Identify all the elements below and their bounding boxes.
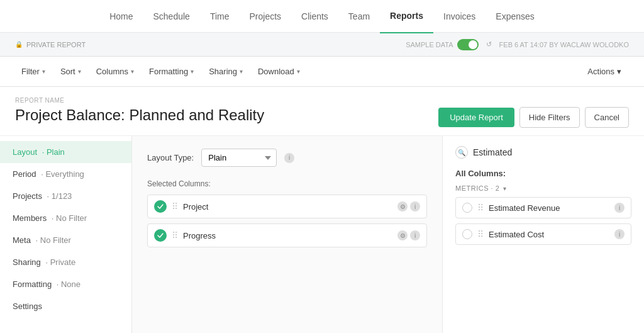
sidebar-item-meta[interactable]: Meta · No Filter (0, 229, 131, 251)
top-nav: Home Schedule Time Projects Clients Team… (0, 0, 644, 33)
lock-icon: 🔒 (15, 41, 23, 48)
column-check-progress[interactable] (154, 229, 167, 242)
columns-chevron-icon: ▾ (131, 68, 134, 75)
formatting-button[interactable]: Formatting ▾ (143, 63, 200, 80)
sidebar-item-sharing[interactable]: Sharing · Private (0, 251, 131, 273)
formatting-chevron-icon: ▾ (191, 68, 194, 75)
actions-button[interactable]: Actions ▾ (580, 63, 629, 80)
report-title: Project Balance: Planned and Reality (15, 106, 264, 124)
nav-reports[interactable]: Reports (380, 0, 433, 33)
sub-bar: 🔒 PRIVATE REPORT SAMPLE DATA ↺ FEB 6 AT … (0, 33, 644, 57)
sidebar-sharing-label: Sharing (13, 257, 41, 267)
radio-revenue[interactable] (462, 203, 472, 213)
center-panel: Layout Type: Plain i Selected Columns: ⠿… (132, 136, 443, 333)
nav-schedule[interactable]: Schedule (143, 0, 200, 33)
sidebar-item-layout[interactable]: Layout · Plain (0, 141, 131, 163)
main-content: Layout · Plain Period · Everything Proje… (0, 136, 644, 333)
sort-button[interactable]: Sort ▾ (54, 63, 87, 80)
progress-settings-icon[interactable]: ⚙ (397, 230, 408, 240)
project-settings-icon[interactable]: ⚙ (397, 201, 408, 212)
sample-data-toggle[interactable]: SAMPLE DATA (406, 39, 478, 50)
column-check-project[interactable] (154, 200, 167, 213)
drag-handle-progress[interactable]: ⠿ (172, 230, 178, 240)
column-name-progress: Progress (183, 231, 392, 240)
hide-filters-button[interactable]: Hide Filters (519, 107, 580, 128)
filter-chevron-icon: ▾ (42, 68, 45, 75)
download-button[interactable]: Download ▾ (252, 63, 306, 80)
sidebar-projects-label: Projects (13, 191, 42, 201)
metrics-header[interactable]: METRICS · 2 ▾ (455, 184, 631, 192)
progress-info-icon[interactable]: i (410, 230, 420, 240)
nav-team[interactable]: Team (338, 0, 380, 33)
layout-type-select[interactable]: Plain (201, 149, 277, 167)
sidebar-meta-value: · No Filter (33, 235, 71, 245)
sidebar-layout-label: Layout (13, 147, 37, 157)
right-panel: 🔍 All Columns: METRICS · 2 ▾ ⠿ Estimated… (443, 136, 644, 333)
column-name-project: Project (183, 202, 392, 212)
sidebar-period-label: Period (13, 169, 36, 179)
drag-handle-project[interactable]: ⠿ (172, 201, 178, 212)
sidebar-meta-label: Meta (13, 235, 31, 245)
column-actions-project: ⚙ i (397, 201, 420, 212)
sidebar-item-members[interactable]: Members · No Filter (0, 207, 131, 229)
metrics-label: METRICS · 2 (455, 184, 499, 192)
cost-info-icon[interactable]: i (614, 229, 625, 239)
selected-columns-label: Selected Columns: (147, 179, 427, 188)
sub-bar-left: 🔒 PRIVATE REPORT (15, 41, 86, 48)
nav-invoices[interactable]: Invoices (433, 0, 486, 33)
filter-button[interactable]: Filter ▾ (15, 63, 52, 80)
nav-expenses[interactable]: Expenses (486, 0, 544, 33)
nav-time[interactable]: Time (200, 0, 240, 33)
sharing-label: Sharing (209, 67, 237, 76)
sidebar-settings-label: Settings (13, 302, 42, 311)
report-name-label: REPORT NAME (15, 97, 264, 104)
date-label: FEB 6 AT 14:07 BY WACLAW WOLODKO (499, 41, 629, 48)
drag-handle-cost[interactable]: ⠿ (477, 229, 484, 239)
check-icon-progress (157, 232, 164, 239)
sidebar-formatting-label: Formatting (13, 279, 52, 289)
sort-chevron-icon: ▾ (78, 68, 81, 75)
project-info-icon[interactable]: i (410, 201, 420, 212)
column-actions-progress: ⚙ i (397, 230, 420, 240)
layout-type-row: Layout Type: Plain i (147, 149, 427, 167)
nav-projects[interactable]: Projects (239, 0, 291, 33)
cancel-button[interactable]: Cancel (585, 107, 629, 128)
nav-clients[interactable]: Clients (291, 0, 338, 33)
toggle-pill[interactable] (457, 39, 479, 50)
layout-type-label: Layout Type: (147, 153, 194, 162)
sidebar-item-settings[interactable]: Settings (0, 295, 131, 317)
sidebar-layout-value: · Plain (40, 147, 65, 157)
undo-icon[interactable]: ↺ (486, 40, 492, 48)
sidebar-item-formatting[interactable]: Formatting · None (0, 273, 131, 295)
update-report-button[interactable]: Update Report (438, 108, 514, 127)
columns-label: Columns (96, 67, 128, 76)
sidebar-item-projects[interactable]: Projects · 1/123 (0, 185, 131, 207)
filter-label: Filter (21, 67, 40, 76)
drag-handle-revenue[interactable]: ⠿ (477, 203, 484, 213)
radio-cost[interactable] (462, 229, 472, 239)
sidebar-formatting-value: · None (54, 279, 80, 289)
download-label: Download (258, 67, 294, 76)
search-circle: 🔍 (455, 146, 468, 159)
sharing-chevron-icon: ▾ (240, 68, 243, 75)
sidebar-period-value: · Everything (39, 169, 84, 179)
sidebar: Layout · Plain Period · Everything Proje… (0, 136, 132, 333)
layout-info-icon[interactable]: i (284, 153, 294, 163)
right-column-item-revenue: ⠿ Estimated Revenue i (455, 197, 631, 218)
search-icon: 🔍 (458, 149, 465, 156)
column-item-project: ⠿ Project ⚙ i (147, 195, 427, 218)
sharing-button[interactable]: Sharing ▾ (203, 63, 249, 80)
download-chevron-icon: ▾ (297, 68, 300, 75)
actions-label: Actions (587, 67, 614, 76)
sub-bar-right: SAMPLE DATA ↺ FEB 6 AT 14:07 BY WACLAW W… (406, 39, 629, 50)
sidebar-members-label: Members (13, 213, 47, 223)
right-col-name-cost: Estimated Cost (489, 230, 609, 239)
nav-home[interactable]: Home (99, 0, 143, 33)
report-header: REPORT NAME Project Balance: Planned and… (0, 87, 644, 136)
columns-button[interactable]: Columns ▾ (90, 63, 140, 80)
sidebar-item-period[interactable]: Period · Everything (0, 163, 131, 185)
search-input[interactable] (473, 147, 631, 157)
sidebar-projects-value: · 1/123 (45, 191, 72, 201)
revenue-info-icon[interactable]: i (614, 203, 625, 213)
right-col-name-revenue: Estimated Revenue (489, 203, 609, 213)
